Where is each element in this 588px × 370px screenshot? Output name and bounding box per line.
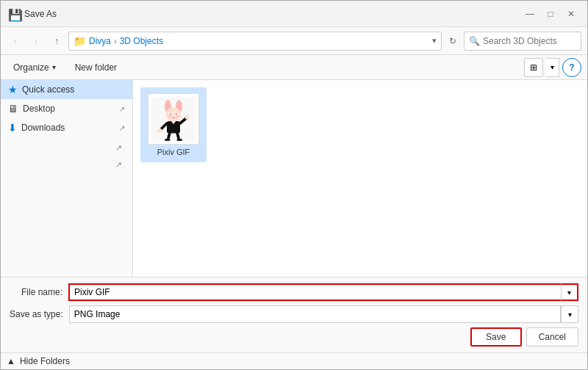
bottom-bar: File name: ▾ Save as type: ▾ Save Cancel xyxy=(1,277,587,352)
svg-point-11 xyxy=(176,115,179,117)
breadcrumb-sep: › xyxy=(114,37,117,46)
nav-bar: ‹ › ↑ 📁 Divya › 3D Objects ▾ ↻ 🔍 xyxy=(1,27,587,55)
sidebar-item-downloads[interactable]: ⬇ Downloads ↗ xyxy=(1,118,132,137)
breadcrumb-folder[interactable]: 3D Objects xyxy=(120,36,163,46)
forward-button[interactable]: › xyxy=(27,32,45,50)
dialog-icon: 💾 xyxy=(8,8,20,20)
up-button[interactable]: ↑ xyxy=(48,32,65,50)
file-name-dropdown-icon: ▾ xyxy=(567,289,571,297)
breadcrumb-root[interactable]: Divya xyxy=(89,36,111,46)
file-name-label: File name: xyxy=(10,287,68,297)
save-as-type-dropdown[interactable]: ▾ xyxy=(561,305,578,323)
help-button[interactable]: ? xyxy=(562,58,581,77)
main-area: ★ Quick access 🖥 Desktop ↗ ⬇ Downloads ↗… xyxy=(1,80,587,277)
sidebar-pin-downloads: ↗ xyxy=(119,124,125,132)
organize-dropdown-icon: ▾ xyxy=(52,63,56,71)
svg-point-14 xyxy=(185,115,190,120)
sidebar: ★ Quick access 🖥 Desktop ↗ ⬇ Downloads ↗… xyxy=(1,80,133,277)
address-dropdown-button[interactable]: ▾ xyxy=(432,36,437,46)
svg-point-9 xyxy=(176,113,177,115)
address-bar: 📁 Divya › 3D Objects ▾ xyxy=(68,32,442,51)
sidebar-item-label: Quick access xyxy=(22,84,74,95)
title-bar: 💾 Save As — □ ✕ xyxy=(1,1,587,27)
save-as-type-input-wrap: ▾ xyxy=(69,305,578,323)
toolbar-right: ⊞ ▾ ? xyxy=(524,58,581,77)
toolbar: Organize ▾ New folder ⊞ ▾ ? xyxy=(1,55,587,80)
search-icon: 🔍 xyxy=(469,36,480,46)
sidebar-scroll-pin-2: ↗ xyxy=(115,160,122,170)
search-box: 🔍 xyxy=(464,32,581,51)
search-input[interactable] xyxy=(483,36,588,46)
file-item-name: Pixiv GIF xyxy=(157,148,190,156)
svg-point-13 xyxy=(157,128,162,133)
save-as-dialog: 💾 Save As — □ ✕ ‹ › ↑ 📁 Divya › 3D Objec… xyxy=(0,0,588,370)
sidebar-item-desktop[interactable]: 🖥 Desktop ↗ xyxy=(1,99,132,118)
hide-folders-bar[interactable]: ▲ Hide Folders xyxy=(1,352,587,369)
svg-point-8 xyxy=(170,113,171,115)
sidebar-scroll-pin-1: ↗ xyxy=(115,143,122,153)
cancel-button[interactable]: Cancel xyxy=(526,327,578,347)
hide-folders-label: Hide Folders xyxy=(20,356,70,366)
save-as-type-input[interactable] xyxy=(69,305,561,323)
back-button[interactable]: ‹ xyxy=(7,32,24,50)
file-area: Pixiv GIF xyxy=(133,80,587,277)
title-bar-controls: — □ ✕ xyxy=(521,5,580,23)
hide-folders-icon: ▲ xyxy=(7,356,15,366)
svg-point-10 xyxy=(168,115,172,117)
file-name-row: File name: ▾ xyxy=(10,283,578,301)
maximize-button[interactable]: □ xyxy=(542,5,559,23)
file-name-dropdown[interactable]: ▾ xyxy=(561,283,578,301)
dialog-title: Save As xyxy=(24,9,521,19)
star-icon: ★ xyxy=(8,84,18,95)
organize-button[interactable]: Organize ▾ xyxy=(7,59,62,76)
minimize-button[interactable]: — xyxy=(521,5,539,23)
sidebar-item-label: Downloads xyxy=(21,123,65,133)
close-button[interactable]: ✕ xyxy=(562,5,580,23)
organize-label: Organize xyxy=(13,62,49,73)
download-icon: ⬇ xyxy=(8,122,17,134)
new-folder-button[interactable]: New folder xyxy=(68,59,123,76)
file-name-input[interactable] xyxy=(68,283,561,301)
anime-character-svg xyxy=(151,97,196,141)
file-thumbnail xyxy=(148,93,199,145)
folder-icon: 📁 xyxy=(74,35,86,47)
svg-point-5 xyxy=(166,107,182,122)
action-row: Save Cancel xyxy=(10,327,578,347)
sidebar-item-quick-access[interactable]: ★ Quick access xyxy=(1,80,132,99)
desktop-icon: 🖥 xyxy=(8,103,18,115)
sidebar-pin-desktop: ↗ xyxy=(119,105,125,113)
file-name-input-wrap: ▾ xyxy=(68,283,578,301)
file-item-pixiv-gif[interactable]: Pixiv GIF xyxy=(140,87,207,162)
sidebar-item-label: Desktop xyxy=(23,104,55,114)
refresh-button[interactable]: ↻ xyxy=(445,33,461,49)
save-button[interactable]: Save xyxy=(470,327,522,347)
view-dropdown-button[interactable]: ▾ xyxy=(546,58,559,77)
save-as-type-row: Save as type: ▾ xyxy=(10,305,578,323)
save-as-type-dropdown-icon: ▾ xyxy=(568,311,572,319)
view-button[interactable]: ⊞ xyxy=(524,58,543,77)
save-as-type-label: Save as type: xyxy=(10,309,69,319)
breadcrumb: Divya › 3D Objects xyxy=(89,36,429,46)
